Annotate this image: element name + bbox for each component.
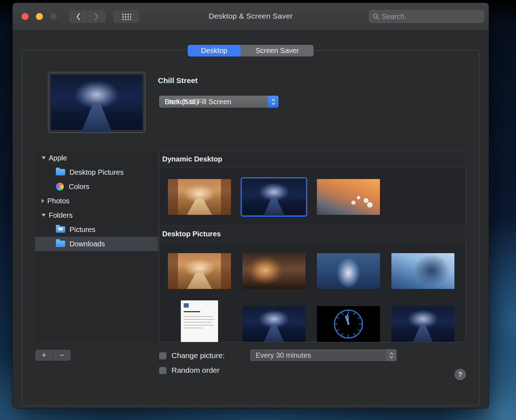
content-panel: Chill Street Dark (Still) Stretch to Fil… <box>21 50 480 406</box>
back-button[interactable] <box>69 10 87 23</box>
sidebar-item-desktop-pictures[interactable]: Desktop Pictures <box>35 165 158 179</box>
sidebar-item-colors[interactable]: Colors <box>35 179 158 194</box>
add-remove-control: + − <box>35 349 71 361</box>
desktop-pictures-row-1 <box>168 253 454 289</box>
thumbnail-chill-street-selected[interactable] <box>242 179 305 215</box>
thumbnail-warm-street[interactable] <box>168 179 231 215</box>
folder-icon <box>56 169 65 175</box>
sidebar-item-folders[interactable]: Folders <box>35 208 158 222</box>
thumbnail-clock[interactable] <box>317 306 380 342</box>
thumbnail-santorini-sunset[interactable] <box>317 179 380 215</box>
thumbnail-anime-portrait-warm[interactable] <box>242 253 305 289</box>
add-folder-button[interactable]: + <box>35 349 53 361</box>
fit-mode-dropdown[interactable]: Dark (Still) Stretch to Fill Screen <box>159 96 279 108</box>
change-picture-row: Change picture: <box>159 349 225 362</box>
disclosure-closed-icon[interactable] <box>42 199 44 203</box>
random-order-checkbox[interactable] <box>159 367 167 374</box>
grid-icon <box>121 13 131 20</box>
dynamic-desktop-thumbnails <box>168 179 380 215</box>
interval-value: Every 30 minutes <box>256 351 311 359</box>
remove-folder-button[interactable]: − <box>53 349 71 361</box>
help-button[interactable]: ? <box>454 369 466 380</box>
random-order-label: Random order <box>172 366 220 375</box>
thumbnail-document-slot <box>168 300 231 342</box>
sidebar-item-label: Photos <box>47 197 69 205</box>
pictures-folder-icon <box>56 226 65 233</box>
disclosure-open-icon[interactable] <box>42 214 46 217</box>
random-order-row: Random order <box>159 364 220 376</box>
change-picture-label: Change picture: <box>172 351 225 360</box>
fit-mode-value-b: Stretch to Fill Screen <box>165 98 231 106</box>
dropdown-stepper-icon[interactable] <box>386 349 397 361</box>
change-picture-checkbox[interactable] <box>159 352 167 359</box>
chevron-left-icon <box>76 13 81 20</box>
section-header-desktop-pictures: Desktop Pictures <box>159 226 466 242</box>
wallpaper-title: Chill Street <box>158 76 198 85</box>
sidebar-item-photos[interactable]: Photos <box>35 194 158 208</box>
search-field[interactable] <box>369 10 484 23</box>
window-content: Chill Street Dark (Still) Stretch to Fil… <box>13 30 489 408</box>
titlebar: Desktop & Screen Saver <box>13 3 489 30</box>
tab-bar: Desktop Screen Saver <box>188 45 314 57</box>
sidebar-item-label: Colors <box>69 183 90 191</box>
sidebar-item-label: Downloads <box>69 240 105 248</box>
tab-screen-saver[interactable]: Screen Saver <box>241 45 314 57</box>
interval-dropdown[interactable]: Every 30 minutes <box>250 349 397 361</box>
search-icon <box>372 13 380 20</box>
show-all-button[interactable] <box>113 10 139 23</box>
thumbnail-anime-portrait-blue[interactable] <box>317 253 380 289</box>
clock-face-icon <box>332 308 365 341</box>
thumbnail-chill-street-night[interactable] <box>391 306 454 342</box>
tab-desktop[interactable]: Desktop <box>188 45 241 57</box>
section-title: Dynamic Desktop <box>162 155 222 163</box>
sidebar-item-downloads[interactable]: Downloads <box>35 237 158 251</box>
sidebar-item-label: Desktop Pictures <box>69 168 124 177</box>
color-wheel-icon <box>56 183 64 190</box>
dropdown-stepper-icon[interactable] <box>268 96 279 108</box>
forward-button[interactable] <box>87 10 106 23</box>
search-input[interactable] <box>382 13 481 21</box>
preferences-window: Desktop & Screen Saver Chill Street Dark… <box>13 3 489 408</box>
folder-icon <box>56 241 65 247</box>
thumbnail-warm-street[interactable] <box>168 253 231 289</box>
wallpaper-preview-image <box>51 75 143 130</box>
sidebar-item-label: Folders <box>49 211 73 219</box>
close-button[interactable] <box>21 13 29 20</box>
nav-buttons <box>69 10 106 23</box>
thumbnail-chill-street-night[interactable] <box>242 306 305 342</box>
section-header-dynamic-desktop: Dynamic Desktop <box>159 151 466 168</box>
thumbnail-anime-portrait-ice[interactable] <box>391 253 454 289</box>
minimize-button[interactable] <box>36 13 43 20</box>
source-list-sidebar: Apple Desktop Pictures Colors Photos <box>35 151 158 342</box>
wallpaper-browser-pane: Dynamic Desktop Desktop Pictures <box>159 151 466 342</box>
sidebar-item-label: Apple <box>49 154 67 162</box>
sidebar-item-apple[interactable]: Apple <box>35 151 158 165</box>
wallpaper-preview-well <box>48 72 145 133</box>
chevron-right-icon <box>94 13 99 20</box>
disclosure-open-icon[interactable] <box>42 156 46 159</box>
window-title: Desktop & Screen Saver <box>209 12 293 20</box>
sidebar-item-pictures[interactable]: Pictures <box>35 222 158 237</box>
desktop-pictures-row-2 <box>168 300 454 342</box>
zoom-button[interactable] <box>50 13 57 20</box>
sidebar-item-label: Pictures <box>69 226 95 234</box>
section-title: Desktop Pictures <box>162 230 221 238</box>
thumbnail-document[interactable] <box>181 300 218 342</box>
